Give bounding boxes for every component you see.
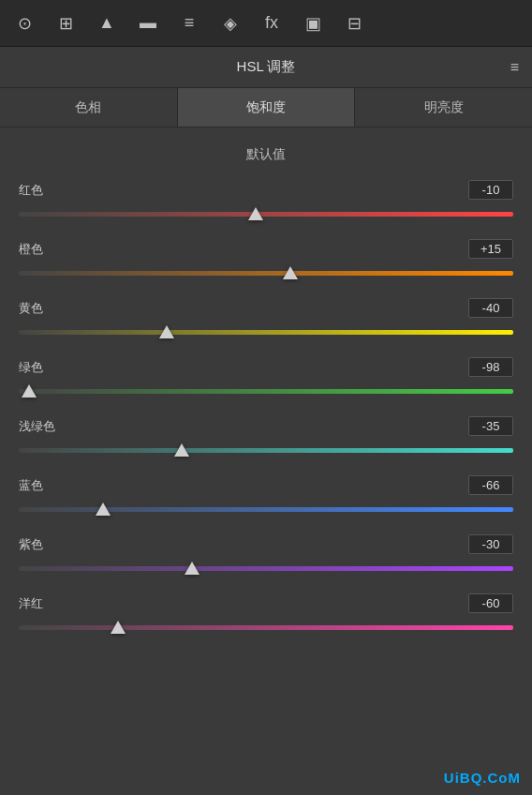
slider-track-container-aqua[interactable] — [19, 442, 513, 458]
slider-track-container-red[interactable] — [19, 205, 513, 222]
slider-row-aqua: 浅绿色-35 — [19, 416, 513, 458]
slider-thumb-yellow[interactable] — [159, 325, 174, 338]
slider-track-magenta — [19, 625, 513, 630]
slider-label-aqua: 浅绿色 — [19, 418, 55, 435]
slider-track-purple — [19, 566, 513, 571]
fx-icon[interactable]: fx — [259, 10, 285, 37]
slider-value-magenta[interactable]: -60 — [468, 593, 513, 613]
section-title: 默认值 — [19, 146, 513, 163]
slider-label-green: 绿色 — [19, 359, 43, 376]
slider-value-blue[interactable]: -66 — [468, 475, 513, 495]
tab-luminance[interactable]: 明亮度 — [355, 88, 532, 127]
slider-track-container-green[interactable] — [19, 382, 513, 399]
slider-thumb-orange[interactable] — [283, 266, 298, 279]
slider-row-orange: 橙色+15 — [19, 239, 513, 281]
slider-value-red[interactable]: -10 — [468, 180, 513, 200]
slider-row-magenta: 洋红-60 — [19, 593, 513, 636]
mountain-icon[interactable]: ▲ — [94, 10, 120, 37]
slider-label-blue: 蓝色 — [19, 477, 43, 494]
circle-icon[interactable]: ⊙ — [11, 10, 37, 37]
slider-track-container-orange[interactable] — [19, 264, 513, 281]
sliders-icon[interactable]: ⊟ — [341, 10, 367, 37]
slider-value-yellow[interactable]: -40 — [468, 298, 513, 318]
tab-saturation[interactable]: 饱和度 — [178, 88, 356, 127]
slider-track-orange — [19, 271, 513, 276]
slider-value-green[interactable]: -98 — [468, 357, 513, 377]
content-area: 默认值 红色-10橙色+15黄色-40绿色-98浅绿色-35蓝色-66紫色-30… — [0, 128, 532, 795]
slider-track-container-yellow[interactable] — [19, 323, 513, 340]
layers-icon[interactable]: ▬ — [135, 10, 161, 37]
panel-header: HSL 调整 ≡ — [0, 47, 532, 88]
slider-track-red — [19, 212, 513, 217]
slider-thumb-green[interactable] — [22, 384, 37, 398]
slider-track-aqua — [19, 448, 513, 453]
slider-label-yellow: 黄色 — [19, 300, 43, 317]
slider-row-yellow: 黄色-40 — [19, 298, 513, 340]
slider-track-blue — [19, 507, 513, 512]
slider-value-aqua[interactable]: -35 — [468, 416, 513, 436]
slider-track-container-purple[interactable] — [19, 560, 513, 577]
slider-thumb-purple[interactable] — [185, 562, 200, 575]
panel-menu-icon[interactable]: ≡ — [510, 59, 519, 76]
slider-label-red: 红色 — [19, 182, 43, 199]
watermark: UiBQ.CoM — [444, 770, 521, 786]
slider-thumb-red[interactable] — [248, 207, 263, 220]
slider-track-yellow — [19, 330, 513, 335]
slider-value-orange[interactable]: +15 — [468, 239, 513, 259]
lines-icon[interactable]: ≡ — [176, 10, 202, 37]
slider-thumb-magenta[interactable] — [111, 621, 126, 634]
slider-row-red: 红色-10 — [19, 180, 513, 222]
slider-track-green — [19, 389, 513, 394]
slider-thumb-blue[interactable] — [96, 502, 111, 516]
tabs-container: 色相饱和度明亮度 — [0, 88, 532, 128]
slider-label-magenta: 洋红 — [19, 595, 43, 612]
slider-label-orange: 橙色 — [19, 241, 43, 258]
tab-hue[interactable]: 色相 — [0, 88, 178, 127]
wave-icon[interactable]: ◈ — [217, 10, 244, 37]
slider-value-purple[interactable]: -30 — [468, 534, 513, 554]
slider-row-blue: 蓝色-66 — [19, 475, 513, 518]
slider-track-container-blue[interactable] — [19, 501, 513, 518]
slider-row-purple: 紫色-30 — [19, 534, 513, 577]
slider-thumb-aqua[interactable] — [174, 443, 189, 457]
film-icon[interactable]: ▣ — [300, 10, 326, 37]
toolbar: ⊙⊞▲▬≡◈fx▣⊟ — [0, 0, 532, 47]
slider-row-green: 绿色-98 — [19, 357, 513, 399]
slider-track-container-magenta[interactable] — [19, 619, 513, 636]
slider-label-purple: 紫色 — [19, 536, 43, 553]
panel-title: HSL 调整 — [237, 58, 296, 76]
grid-icon[interactable]: ⊞ — [52, 10, 79, 37]
